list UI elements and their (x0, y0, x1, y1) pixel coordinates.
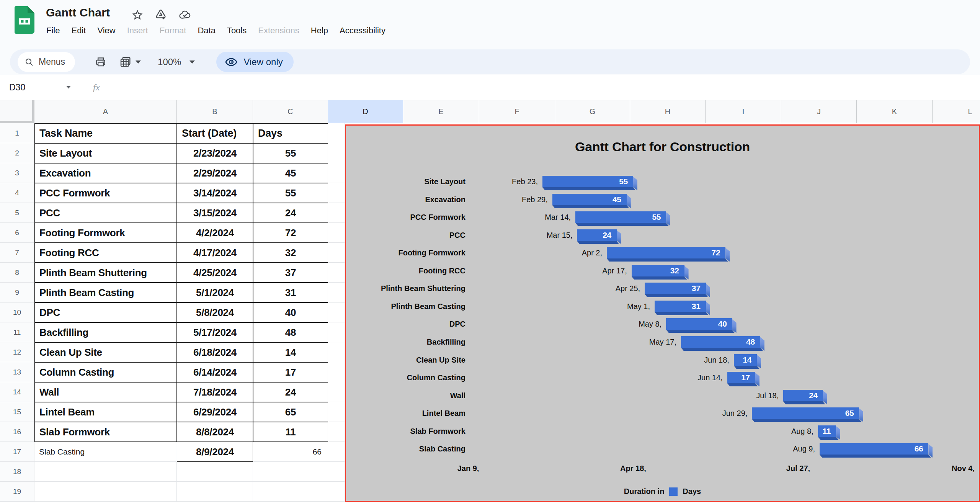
cell-D13[interactable] (328, 362, 345, 382)
cell-C15[interactable]: 65 (253, 402, 328, 422)
cell-B15[interactable]: 6/29/2024 (177, 402, 253, 422)
col-header-L[interactable]: L (933, 100, 980, 123)
zoom-control[interactable]: 100% (158, 57, 181, 67)
cell-A9[interactable]: Plinth Beam Casting (34, 283, 177, 303)
row-header-13[interactable]: 13 (0, 362, 34, 382)
cell-C1[interactable]: Days (253, 123, 328, 143)
cell-C7[interactable]: 32 (253, 243, 328, 263)
sheets-logo-icon[interactable] (15, 6, 34, 34)
cell-C11[interactable]: 48 (253, 322, 328, 342)
row-header-4[interactable]: 4 (0, 183, 34, 203)
cell-D7[interactable] (328, 243, 345, 263)
col-header-I[interactable]: I (706, 100, 781, 123)
cell-C13[interactable]: 17 (253, 362, 328, 382)
cell-B14[interactable]: 7/18/2024 (177, 382, 253, 402)
star-icon[interactable] (132, 9, 143, 21)
cell-B13[interactable]: 6/14/2024 (177, 362, 253, 382)
cell-B8[interactable]: 4/25/2024 (177, 263, 253, 283)
cell-D10[interactable] (328, 303, 345, 322)
print-button[interactable] (95, 56, 106, 68)
cell-B9[interactable]: 5/1/2024 (177, 283, 253, 303)
menu-extensions[interactable]: Extensions (252, 23, 305, 38)
cell-A14[interactable]: Wall (34, 382, 177, 402)
row-header-19[interactable]: 19 (0, 482, 34, 502)
cell-D19[interactable] (328, 482, 345, 502)
menu-insert[interactable]: Insert (121, 23, 154, 38)
cell-B11[interactable]: 5/17/2024 (177, 322, 253, 342)
sheet-views-button[interactable] (119, 56, 141, 68)
col-header-A[interactable]: A (34, 100, 177, 123)
cell-C10[interactable]: 40 (253, 303, 328, 322)
cell-A4[interactable]: PCC Formwork (34, 183, 177, 203)
col-header-C[interactable]: C (253, 100, 328, 123)
row-header-15[interactable]: 15 (0, 402, 34, 422)
cell-B16[interactable]: 8/8/2024 (177, 422, 253, 442)
row-header-5[interactable]: 5 (0, 203, 34, 223)
gantt-chart[interactable]: Gantt Chart for Construction Site Layout… (345, 124, 980, 502)
cell-A19[interactable] (34, 482, 177, 502)
cell-A16[interactable]: Slab Formwork (34, 422, 177, 442)
document-title[interactable]: Gantt Chart (46, 6, 110, 19)
approval-shield-plus-icon[interactable] (155, 9, 167, 21)
menu-data[interactable]: Data (192, 23, 221, 38)
cell-A18[interactable] (34, 462, 177, 482)
cell-D5[interactable] (328, 203, 345, 223)
cell-A8[interactable]: Plinth Beam Shuttering (34, 263, 177, 283)
cell-C4[interactable]: 55 (253, 183, 328, 203)
col-header-J[interactable]: J (781, 100, 857, 123)
cell-C3[interactable]: 45 (253, 163, 328, 183)
row-header-18[interactable]: 18 (0, 462, 34, 482)
menus-search-button[interactable]: Menus (18, 52, 75, 72)
row-header-3[interactable]: 3 (0, 163, 34, 183)
cell-B6[interactable]: 4/2/2024 (177, 223, 253, 243)
cell-D2[interactable] (328, 143, 345, 163)
cell-B18[interactable] (177, 462, 253, 482)
cell-A6[interactable]: Footing Formwork (34, 223, 177, 243)
row-header-14[interactable]: 14 (0, 382, 34, 402)
cell-B1[interactable]: Start (Date) (177, 123, 253, 143)
menu-accessibility[interactable]: Accessibility (334, 23, 391, 38)
cell-D4[interactable] (328, 183, 345, 203)
cell-C5[interactable]: 24 (253, 203, 328, 223)
cell-D16[interactable] (328, 422, 345, 442)
row-header-1[interactable]: 1 (0, 123, 34, 143)
menu-view[interactable]: View (91, 23, 121, 38)
cell-B17[interactable]: 8/9/2024 (177, 442, 253, 462)
row-header-7[interactable]: 7 (0, 243, 34, 263)
row-header-11[interactable]: 11 (0, 322, 34, 342)
row-header-12[interactable]: 12 (0, 342, 34, 362)
cell-A3[interactable]: Excavation (34, 163, 177, 183)
cell-B12[interactable]: 6/18/2024 (177, 342, 253, 362)
cell-A17[interactable]: Slab Casting (34, 442, 177, 462)
cell-D3[interactable] (328, 163, 345, 183)
menu-tools[interactable]: Tools (221, 23, 252, 38)
menu-format[interactable]: Format (154, 23, 192, 38)
row-header-16[interactable]: 16 (0, 422, 34, 442)
cell-B19[interactable] (177, 482, 253, 502)
cell-C16[interactable]: 11 (253, 422, 328, 442)
row-header-6[interactable]: 6 (0, 223, 34, 243)
col-header-D[interactable]: D (328, 100, 403, 123)
cell-B10[interactable]: 5/8/2024 (177, 303, 253, 322)
cell-D14[interactable] (328, 382, 345, 402)
col-header-K[interactable]: K (857, 100, 933, 123)
cell-D1[interactable] (328, 123, 345, 143)
cell-D9[interactable] (328, 283, 345, 303)
col-header-H[interactable]: H (630, 100, 706, 123)
cell-D8[interactable] (328, 263, 345, 283)
menu-edit[interactable]: Edit (65, 23, 91, 38)
formula-input[interactable] (100, 75, 980, 100)
cell-A15[interactable]: Lintel Beam (34, 402, 177, 422)
cell-A12[interactable]: Clean Up Site (34, 342, 177, 362)
cell-B7[interactable]: 4/17/2024 (177, 243, 253, 263)
cell-A13[interactable]: Column Casting (34, 362, 177, 382)
cell-B3[interactable]: 2/29/2024 (177, 163, 253, 183)
cell-B5[interactable]: 3/15/2024 (177, 203, 253, 223)
cell-C14[interactable]: 24 (253, 382, 328, 402)
col-header-B[interactable]: B (177, 100, 253, 123)
col-header-E[interactable]: E (403, 100, 479, 123)
row-header-2[interactable]: 2 (0, 143, 34, 163)
cell-D17[interactable] (328, 442, 345, 462)
cell-C9[interactable]: 31 (253, 283, 328, 303)
cell-A10[interactable]: DPC (34, 303, 177, 322)
